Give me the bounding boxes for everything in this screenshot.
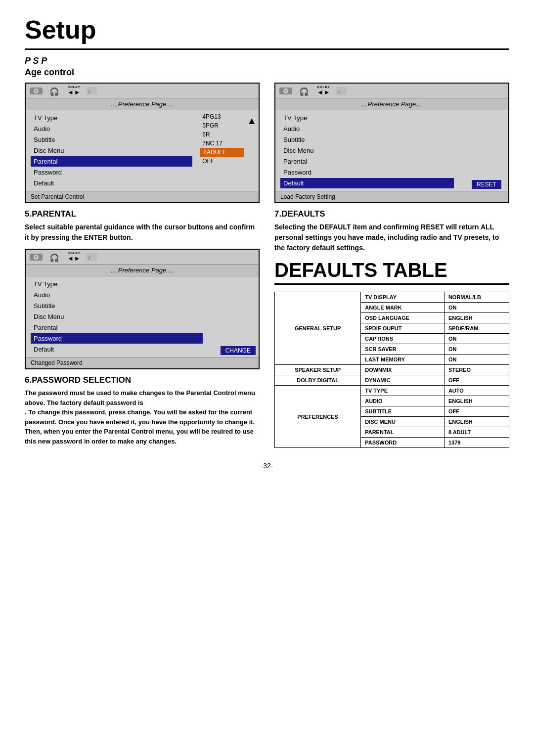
menu-item: Default <box>31 178 192 188</box>
value-item: 4PG13 <box>200 112 244 121</box>
menu-item: Disc Menu <box>280 145 454 156</box>
val-dynamic: OFF <box>444 375 509 386</box>
key-scr-saver: SCR SAVER <box>361 344 445 355</box>
table-row: DOLBY DIGITAL DYNAMIC OFF <box>275 375 509 386</box>
default-menu-box: 🎧 DOLBY ◄► ♪ ....Preference Page.... TV … <box>274 83 509 203</box>
svg-text:♪: ♪ <box>88 254 90 261</box>
menu-values-2: RESET <box>459 110 508 191</box>
menu-item: Password <box>31 167 192 178</box>
section6-body: The password must be used to make change… <box>25 388 260 446</box>
menu-items-2: TV Type Audio Subtitle Disc Menu Parenta… <box>275 110 459 191</box>
svg-text:♪: ♪ <box>337 88 340 95</box>
menu-item: Parental <box>31 322 203 333</box>
val-scr-saver: ON <box>444 344 509 355</box>
table-row: GENERAL SETUP TV DISPLAY NORMAL/LB <box>275 292 509 303</box>
table-row: PREFERENCES TV TYPE AUTO <box>275 386 509 396</box>
key-tv-type: TV TYPE <box>361 386 445 396</box>
note-icon: ♪ <box>86 86 98 96</box>
key-parental: PARENTAL <box>361 427 445 438</box>
menu-footer-3: Changed Password <box>26 357 259 368</box>
key-audio: AUDIO <box>361 396 445 406</box>
menu-item: Subtitle <box>280 134 454 145</box>
menu-item: TV Type <box>280 113 454 123</box>
change-button[interactable]: CHANGE <box>221 346 256 355</box>
val-last-memory: ON <box>444 355 509 365</box>
page-title: Setup <box>25 15 509 50</box>
section7-body: Selecting the DEFAULT item and confirmin… <box>274 222 509 253</box>
svg-text:♪: ♪ <box>88 88 90 95</box>
menu-content-2: TV Type Audio Subtitle Disc Menu Parenta… <box>275 110 508 191</box>
svg-point-2 <box>35 90 37 92</box>
menu-item: Default <box>31 344 203 355</box>
menu-item: Subtitle <box>31 301 203 311</box>
value-item-adult-selected: 8ADULT <box>200 148 244 157</box>
note-icon: ♪ <box>336 86 348 96</box>
right-top-col: 🎧 DOLBY ◄► ♪ ....Preference Page.... TV … <box>274 83 509 452</box>
reset-button[interactable]: RESET <box>472 180 501 189</box>
val-parental: 8 ADULT <box>444 427 509 438</box>
category-dolby-digital: DOLBY DIGITAL <box>275 375 361 386</box>
svg-point-8 <box>35 256 37 258</box>
headphone-icon: 🎧 <box>48 252 62 262</box>
category-preferences: PREFERENCES <box>275 386 361 448</box>
preference-bar-3: ....Preference Page.... <box>26 265 259 276</box>
val-downmix: STEREO <box>444 365 509 375</box>
table-row: SPEAKER SETUP DOWNMIX STEREO <box>275 365 509 375</box>
value-item: OFF <box>200 157 244 166</box>
page-number: -32- <box>25 462 509 470</box>
value-item: 6R <box>200 130 244 139</box>
menu-item: Subtitle <box>31 134 192 145</box>
preference-bar-1: ....Preference Page.... <box>26 98 259 110</box>
menu-item: Parental <box>280 156 454 167</box>
svg-point-14 <box>285 90 287 92</box>
defaults-heading: DEFAULTS TABLE <box>274 259 509 285</box>
menu-item: Audio <box>31 124 192 134</box>
defaults-table: GENERAL SETUP TV DISPLAY NORMAL/LB ANGLE… <box>274 292 509 448</box>
menu-content-1: TV Type Audio Subtitle Disc Menu Parenta… <box>26 110 259 191</box>
menu-item-password-selected: Password <box>31 333 203 344</box>
menu-footer-2: Load Factory Setting <box>275 191 508 202</box>
val-captions: ON <box>444 334 509 344</box>
password-menu-box: 🎧 DOLBY ◄► ♪ ....Preference Page.... TV … <box>25 249 260 369</box>
value-item: 7NC 17 <box>200 139 244 148</box>
section7-title: 7.DEFAULTS <box>274 209 509 219</box>
menu-header-2: 🎧 DOLBY ◄► ♪ <box>275 84 508 98</box>
svg-text:🎧: 🎧 <box>49 253 59 262</box>
menu-item: Audio <box>280 124 454 134</box>
parental-menu-box: 🎧 DOLBY ◄► ♪ ....Preference Page.... <box>25 83 260 203</box>
val-disc-menu: ENGLISH <box>444 417 509 427</box>
menu-item: TV Type <box>31 279 203 289</box>
menu-footer-1: Set Parental Control <box>26 191 259 202</box>
left-top-col: 🎧 DOLBY ◄► ♪ ....Preference Page.... <box>25 83 260 452</box>
menu-header-1: 🎧 DOLBY ◄► ♪ <box>26 84 259 98</box>
menu-item: TV Type <box>31 113 192 123</box>
val-password: 1379 <box>444 438 509 448</box>
headphone-icon: 🎧 <box>298 86 312 96</box>
menu-icons-3: 🎧 DOLBY ◄► ♪ <box>30 252 98 262</box>
disc-icon <box>279 86 293 96</box>
key-spdif: SPDIF OUPUT <box>361 323 445 334</box>
key-downmix: DOWNMIX <box>361 365 445 375</box>
val-tv-display: NORMAL/LB <box>444 292 509 303</box>
age-control-label: Age control <box>25 67 509 78</box>
value-item: 5PGR <box>200 121 244 130</box>
menu-item-parental-selected: Parental <box>31 156 192 167</box>
key-password: PASSWORD <box>361 438 445 448</box>
val-spdif: SPDIF/RAM <box>444 323 509 334</box>
menu-content-3: TV Type Audio Subtitle Disc Menu Parenta… <box>26 276 259 357</box>
preference-bar-2: ....Preference Page.... <box>275 98 508 110</box>
svg-text:🎧: 🎧 <box>299 87 309 96</box>
menu-items-3: TV Type Audio Subtitle Disc Menu Parenta… <box>26 276 208 357</box>
val-osd-language: ENGLISH <box>444 313 509 323</box>
key-osd-language: OSD LANGUAGE <box>361 313 445 323</box>
val-angle-mark: ON <box>444 303 509 313</box>
arrow-icon: ▲ <box>247 115 257 127</box>
svg-text:🎧: 🎧 <box>49 87 59 96</box>
disc-icon <box>30 86 44 96</box>
val-tv-type: AUTO <box>444 386 509 396</box>
key-last-memory: LAST MEMORY <box>361 355 445 365</box>
psp-label: P S P <box>25 56 509 66</box>
dolby-dd: ◄► <box>67 255 81 262</box>
section6-title: 6.PASSWORD SELECTION <box>25 375 260 385</box>
key-disc-menu: DISC MENU <box>361 417 445 427</box>
